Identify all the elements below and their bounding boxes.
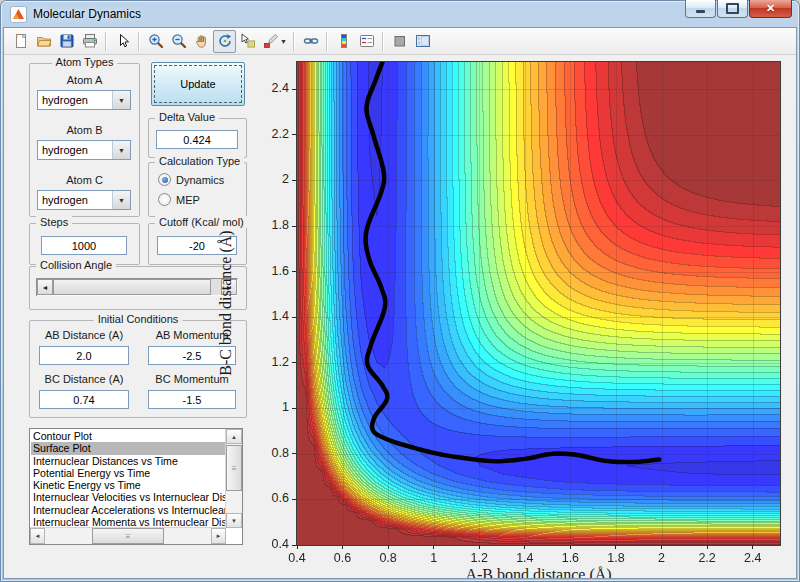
contour-canvas[interactable]	[297, 62, 780, 545]
data-cursor-icon	[240, 33, 256, 49]
toolbar-open-file-button[interactable]	[32, 30, 55, 53]
horizontal-scrollbar[interactable]: ◄ ≡ ►	[30, 527, 226, 544]
list-item[interactable]: Internuclear Distances vs Time	[31, 455, 225, 467]
toolbar-edit-plot-button[interactable]	[111, 30, 134, 53]
slider-left-arrow[interactable]: ◄	[37, 279, 53, 295]
x-tick-label: 2	[642, 551, 682, 565]
dropdown-arrow-icon[interactable]: ▼	[112, 141, 130, 159]
collision-angle-group: Collision Angle ◄ ►	[29, 266, 247, 310]
x-tick-label: 1	[414, 551, 454, 565]
steps-field[interactable]: 1000	[41, 236, 127, 255]
vertical-scrollbar[interactable]: ▲ ≡ ▼	[225, 429, 242, 528]
scroll-up-arrow[interactable]: ▲	[226, 429, 242, 444]
list-item[interactable]: Internuclear Accelerations vs Internucle…	[31, 504, 225, 516]
toolbar-separator	[293, 32, 295, 51]
x-tick-mark	[433, 545, 434, 549]
dropdown-arrow-icon[interactable]: ▼	[112, 191, 130, 209]
radio-icon	[158, 173, 171, 186]
y-tick-mark	[292, 89, 296, 90]
app-window: Molecular Dynamics ✕ ▼	[0, 0, 800, 582]
x-tick-mark	[752, 545, 753, 549]
toolbar-separator	[138, 32, 140, 51]
matlab-logo-icon	[10, 6, 27, 23]
ab-distance-label: AB Distance (A)	[39, 329, 129, 341]
toolbar-link-plot-button[interactable]	[299, 30, 322, 53]
list-item[interactable]: Potential Energy vs Time	[31, 467, 225, 479]
toolbar-brush-button[interactable]	[259, 30, 282, 53]
toolbar-data-cursor-button[interactable]	[236, 30, 259, 53]
pes-contour-plot[interactable]: A-B bond distance (Å) B-C bond distance …	[296, 61, 781, 546]
list-item[interactable]: Kinetic Energy vs Time	[31, 479, 225, 491]
atom-types-title: Atom Types	[52, 56, 118, 68]
title-bar[interactable]: Molecular Dynamics ✕	[0, 0, 800, 28]
atom-a-label: Atom A	[30, 74, 139, 86]
bc-momentum-field[interactable]: -1.5	[148, 390, 236, 409]
toolbar-zoom-in-button[interactable]	[144, 30, 167, 53]
open-folder-icon	[36, 33, 52, 49]
scroll-left-arrow[interactable]: ◄	[30, 528, 45, 544]
maximize-button[interactable]	[717, 0, 748, 18]
y-tick-label: 0.6	[257, 491, 289, 505]
x-tick-label: 0.8	[368, 551, 408, 565]
bc-distance-field[interactable]: 0.74	[39, 390, 129, 409]
plot-type-listbox[interactable]: Contour PlotSurface PlotInternuclear Dis…	[29, 428, 243, 545]
toolbar-insert-legend-button[interactable]	[355, 30, 378, 53]
x-tick-label: 1.4	[505, 551, 545, 565]
x-tick-mark	[661, 545, 662, 549]
new-figure-icon	[13, 33, 29, 49]
x-tick-mark	[342, 545, 343, 549]
y-tick-mark	[292, 499, 296, 500]
y-tick-mark	[292, 362, 296, 363]
toolbar-rotate-3d-button[interactable]	[213, 30, 236, 53]
brush-dropdown-caret[interactable]: ▼	[280, 38, 289, 45]
x-tick-label: 0.4	[277, 551, 317, 565]
list-item[interactable]: Contour Plot	[31, 430, 225, 442]
show-plot-tools-icon	[415, 33, 431, 49]
minimize-button[interactable]	[685, 0, 716, 18]
atom-a-dropdown[interactable]: hydrogen ▼	[37, 90, 131, 110]
radio-mep-label: MEP	[176, 194, 200, 206]
atom-types-group: Atom Types Atom A hydrogen ▼ Atom B hydr…	[29, 63, 140, 217]
slider-thumb[interactable]	[53, 279, 211, 295]
list-item[interactable]: Internuclear Momenta vs Internuclear Dis…	[31, 516, 225, 527]
vertical-scroll-thumb[interactable]: ≡	[226, 445, 242, 491]
toolbar-new-figure-button[interactable]	[9, 30, 32, 53]
delta-value-field[interactable]: 0.424	[156, 130, 238, 149]
x-tick-label: 2.2	[687, 551, 727, 565]
toolbar-hide-plot-tools-button[interactable]	[388, 30, 411, 53]
toolbar-insert-colorbar-button[interactable]	[332, 30, 355, 53]
radio-icon	[158, 193, 171, 206]
toolbar-print-button[interactable]	[78, 30, 101, 53]
zoom-out-icon	[171, 33, 187, 49]
save-floppy-icon	[59, 33, 75, 49]
scroll-down-arrow[interactable]: ▼	[226, 513, 242, 528]
update-button[interactable]: Update	[151, 62, 245, 106]
atom-c-dropdown[interactable]: hydrogen ▼	[37, 190, 131, 210]
horizontal-scroll-thumb[interactable]: ≡	[92, 528, 164, 544]
y-tick-label: 1.2	[257, 355, 289, 369]
y-tick-label: 1.8	[257, 218, 289, 232]
toolbar-separator	[105, 32, 107, 51]
radio-dynamics[interactable]: Dynamics	[158, 173, 224, 186]
collision-angle-title: Collision Angle	[36, 259, 116, 271]
initial-conditions-group: Initial Conditions AB Distance (A) AB Mo…	[29, 320, 247, 418]
list-item[interactable]: Surface Plot	[31, 442, 225, 454]
atom-b-label: Atom B	[30, 124, 139, 136]
y-tick-label: 1	[257, 400, 289, 414]
toolbar-zoom-out-button[interactable]	[167, 30, 190, 53]
collision-angle-slider[interactable]: ◄ ►	[36, 278, 238, 296]
bc-distance-label: BC Distance (A)	[39, 373, 129, 385]
scroll-right-arrow[interactable]: ►	[211, 528, 226, 544]
figure-toolbar: ▼	[4, 28, 796, 55]
list-item[interactable]: Internuclear Velocities vs Internuclear …	[31, 491, 225, 503]
toolbar-show-plot-tools-button[interactable]	[411, 30, 434, 53]
toolbar-separator	[326, 32, 328, 51]
ab-distance-field[interactable]: 2.0	[39, 346, 129, 365]
y-tick-label: 2.4	[257, 81, 289, 95]
radio-mep[interactable]: MEP	[158, 193, 200, 206]
atom-b-dropdown[interactable]: hydrogen ▼	[37, 140, 131, 160]
toolbar-pan-button[interactable]	[190, 30, 213, 53]
dropdown-arrow-icon[interactable]: ▼	[112, 91, 130, 109]
close-button[interactable]: ✕	[749, 0, 792, 18]
toolbar-save-button[interactable]	[55, 30, 78, 53]
